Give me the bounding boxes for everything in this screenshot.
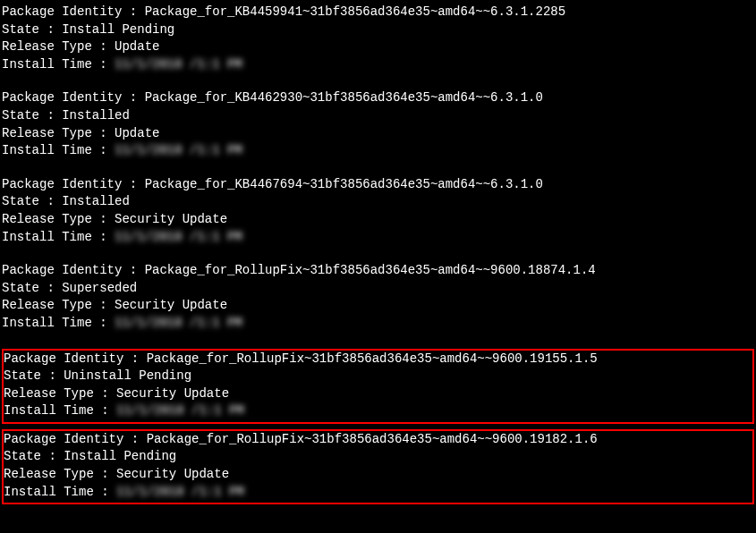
- terminal-output: Package Identity : Package_for_KB4459941…: [0, 0, 756, 513]
- label-release-type: Release Type :: [4, 386, 116, 401]
- label-state: State :: [2, 281, 62, 295]
- value-state: Installed: [62, 194, 130, 208]
- package-block: Package Identity : Package_for_KB4462930…: [2, 89, 754, 159]
- label-release-type: Release Type :: [4, 467, 116, 481]
- label-package-identity: Package Identity :: [2, 263, 145, 277]
- label-state: State :: [4, 449, 64, 463]
- value-release-type: Update: [115, 39, 159, 54]
- label-package-identity: Package Identity :: [4, 351, 147, 366]
- value-package-identity: Package_for_KB4462930~31bf3856ad364e35~a…: [145, 90, 543, 105]
- highlighted-package-block: Package Identity : Package_for_RollupFix…: [2, 349, 754, 424]
- value-install-time: 11/1/2018 /1:1 PM: [115, 142, 242, 160]
- value-state: Superseded: [62, 281, 137, 295]
- label-install-time: Install Time :: [2, 57, 115, 72]
- value-release-type: Security Update: [115, 212, 227, 226]
- label-package-identity: Package Identity :: [2, 177, 145, 191]
- label-state: State :: [2, 194, 62, 208]
- value-package-identity: Package_for_RollupFix~31bf3856ad364e35~a…: [147, 432, 598, 446]
- value-install-time: 11/1/2018 /1:1 PM: [115, 315, 242, 333]
- value-install-time: 11/1/2018 /1:1 PM: [115, 56, 242, 74]
- label-install-time: Install Time :: [2, 316, 115, 330]
- label-release-type: Release Type :: [2, 212, 115, 226]
- label-state: State :: [2, 108, 62, 123]
- package-block: Package Identity : Package_for_KB4467694…: [2, 176, 754, 246]
- label-install-time: Install Time :: [4, 403, 116, 418]
- value-state: Install Pending: [62, 22, 174, 37]
- package-block: Package Identity : Package_for_RollupFix…: [2, 262, 754, 332]
- value-state: Uninstall Pending: [64, 368, 191, 383]
- label-package-identity: Package Identity :: [4, 432, 147, 446]
- label-state: State :: [2, 22, 62, 37]
- value-release-type: Update: [115, 126, 159, 140]
- label-install-time: Install Time :: [2, 143, 115, 157]
- package-block: Package Identity : Package_for_KB4459941…: [2, 4, 754, 73]
- value-state: Install Pending: [64, 449, 176, 463]
- value-release-type: Security Update: [116, 467, 229, 481]
- label-package-identity: Package Identity :: [2, 4, 145, 19]
- label-install-time: Install Time :: [2, 230, 115, 244]
- label-release-type: Release Type :: [2, 39, 115, 54]
- value-install-time: 11/1/2018 /1:1 PM: [116, 484, 244, 502]
- label-state: State :: [4, 368, 64, 383]
- label-package-identity: Package Identity :: [2, 90, 145, 105]
- value-release-type: Security Update: [115, 298, 227, 312]
- label-release-type: Release Type :: [2, 126, 115, 140]
- label-release-type: Release Type :: [2, 298, 115, 312]
- value-release-type: Security Update: [116, 386, 229, 401]
- highlighted-package-block: Package Identity : Package_for_RollupFix…: [2, 429, 754, 504]
- value-install-time: 11/1/2018 /1:1 PM: [115, 229, 242, 247]
- value-package-identity: Package_for_KB4459941~31bf3856ad364e35~a…: [145, 4, 565, 19]
- value-package-identity: Package_for_RollupFix~31bf3856ad364e35~a…: [145, 263, 596, 277]
- value-package-identity: Package_for_RollupFix~31bf3856ad364e35~a…: [147, 351, 598, 366]
- value-state: Installed: [62, 108, 130, 123]
- value-install-time: 11/1/2018 /1:1 PM: [116, 402, 244, 420]
- value-package-identity: Package_for_KB4467694~31bf3856ad364e35~a…: [145, 177, 543, 191]
- label-install-time: Install Time :: [4, 485, 116, 499]
